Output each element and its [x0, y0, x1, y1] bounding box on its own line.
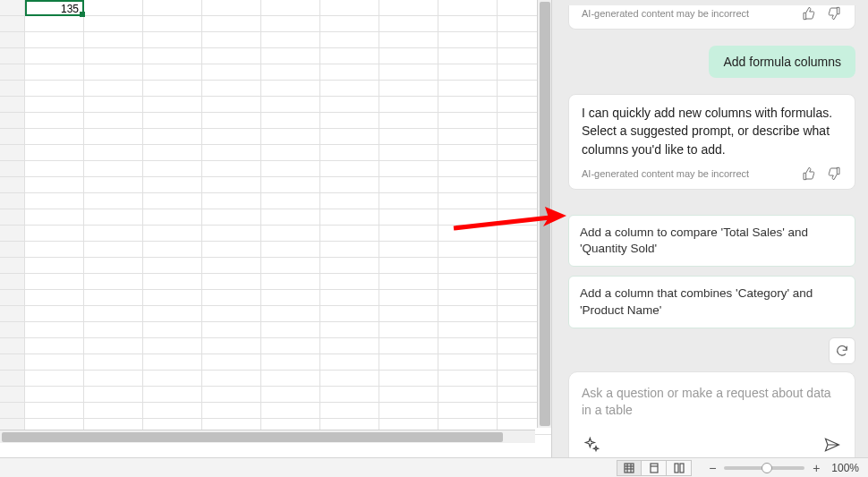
- row-header[interactable]: [0, 145, 25, 161]
- cell[interactable]: [379, 81, 438, 97]
- cell[interactable]: [379, 387, 438, 403]
- cell[interactable]: [143, 371, 202, 387]
- cell[interactable]: [320, 306, 379, 322]
- cell[interactable]: [143, 32, 202, 48]
- cell[interactable]: [202, 371, 261, 387]
- suggestion-compare-columns[interactable]: Add a column to compare 'Total Sales' an…: [568, 215, 855, 267]
- cell[interactable]: [202, 0, 261, 16]
- horizontal-scrollbar-thumb[interactable]: [2, 432, 503, 442]
- cell[interactable]: [143, 113, 202, 129]
- page-layout-view-button[interactable]: [642, 460, 667, 476]
- cell[interactable]: [202, 48, 261, 64]
- cell[interactable]: [84, 290, 143, 306]
- suggestion-combine-columns[interactable]: Add a column that combines 'Category' an…: [568, 276, 855, 328]
- cell[interactable]: [379, 177, 438, 193]
- cell[interactable]: [25, 274, 84, 290]
- cell[interactable]: [438, 161, 498, 177]
- cell[interactable]: [143, 306, 202, 322]
- cell[interactable]: [202, 209, 261, 226]
- cell[interactable]: [320, 177, 379, 193]
- cell[interactable]: [25, 306, 84, 322]
- cell[interactable]: [202, 226, 261, 242]
- cell[interactable]: [202, 129, 261, 145]
- cell[interactable]: [84, 48, 143, 64]
- cell[interactable]: [320, 242, 379, 258]
- cell[interactable]: [84, 322, 143, 338]
- cell[interactable]: [320, 354, 379, 371]
- cell[interactable]: [202, 242, 261, 258]
- cell[interactable]: [261, 387, 320, 403]
- cell[interactable]: [25, 209, 84, 226]
- cell[interactable]: [379, 16, 438, 32]
- cell[interactable]: [84, 274, 143, 290]
- row-header[interactable]: [0, 338, 25, 354]
- cell[interactable]: [84, 177, 143, 193]
- cell[interactable]: [320, 161, 379, 177]
- cell[interactable]: [320, 81, 379, 97]
- cell[interactable]: [143, 354, 202, 371]
- cell[interactable]: [84, 145, 143, 161]
- cell[interactable]: [379, 290, 438, 306]
- cell[interactable]: [143, 226, 202, 242]
- cell[interactable]: [25, 32, 84, 48]
- cell[interactable]: [84, 354, 143, 371]
- sparkle-icon[interactable]: [582, 435, 601, 455]
- cell[interactable]: [143, 193, 202, 209]
- cell[interactable]: [25, 403, 84, 419]
- cell[interactable]: [438, 209, 498, 226]
- cell[interactable]: [25, 387, 84, 403]
- cell[interactable]: [261, 145, 320, 161]
- cell[interactable]: [438, 290, 498, 306]
- cell[interactable]: [84, 371, 143, 387]
- row-header[interactable]: [0, 306, 25, 322]
- cell[interactable]: [143, 16, 202, 32]
- cell[interactable]: [438, 193, 498, 209]
- cell[interactable]: [25, 354, 84, 371]
- cell[interactable]: [202, 274, 261, 290]
- thumbs-up-button[interactable]: [801, 166, 817, 182]
- cell[interactable]: [25, 193, 84, 209]
- cell[interactable]: [143, 161, 202, 177]
- cell[interactable]: [84, 113, 143, 129]
- cell[interactable]: [320, 338, 379, 354]
- row-header[interactable]: [0, 371, 25, 387]
- cell[interactable]: [320, 48, 379, 64]
- row-header[interactable]: [0, 129, 25, 145]
- cell[interactable]: [84, 32, 143, 48]
- row-header[interactable]: [0, 48, 25, 64]
- cell[interactable]: [143, 258, 202, 274]
- row-header[interactable]: [0, 64, 25, 81]
- cell[interactable]: [84, 129, 143, 145]
- cell[interactable]: [379, 209, 438, 226]
- cell[interactable]: [25, 129, 84, 145]
- cell[interactable]: [320, 0, 379, 16]
- cell[interactable]: [261, 242, 320, 258]
- cell[interactable]: [379, 193, 438, 209]
- cell[interactable]: [261, 64, 320, 81]
- cell[interactable]: [379, 226, 438, 242]
- cell[interactable]: [25, 161, 84, 177]
- cell[interactable]: [25, 64, 84, 81]
- active-cell[interactable]: 135: [25, 0, 84, 16]
- cell[interactable]: [261, 322, 320, 338]
- cell[interactable]: [438, 354, 498, 371]
- zoom-slider-thumb[interactable]: [762, 463, 772, 473]
- prompt-input[interactable]: Ask a question or make a request about d…: [582, 385, 842, 421]
- cell[interactable]: [143, 177, 202, 193]
- cell[interactable]: [143, 97, 202, 113]
- cell[interactable]: [25, 145, 84, 161]
- cell[interactable]: [143, 0, 202, 16]
- cell[interactable]: [143, 338, 202, 354]
- cell[interactable]: [84, 258, 143, 274]
- thumbs-down-button[interactable]: [826, 166, 842, 182]
- cell[interactable]: [143, 81, 202, 97]
- cell[interactable]: [438, 16, 498, 32]
- cell[interactable]: [261, 161, 320, 177]
- cell[interactable]: [438, 145, 498, 161]
- cell[interactable]: [438, 403, 498, 419]
- cell[interactable]: [320, 193, 379, 209]
- cell[interactable]: [25, 81, 84, 97]
- cell[interactable]: [202, 81, 261, 97]
- cell[interactable]: [438, 226, 498, 242]
- cell[interactable]: [320, 322, 379, 338]
